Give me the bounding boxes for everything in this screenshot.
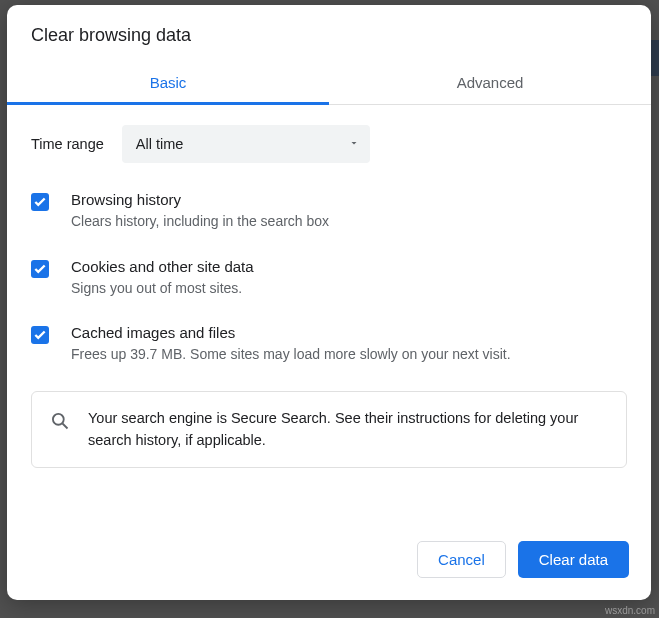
chevron-down-icon [348,136,360,152]
svg-point-0 [53,414,64,425]
clear-data-button[interactable]: Clear data [518,541,629,578]
clear-browsing-data-dialog: Clear browsing data Basic Advanced Time … [7,5,651,600]
search-engine-info: Your search engine is Secure Search. See… [31,391,627,469]
time-range-row: Time range All time [31,125,627,163]
dialog-content: Time range All time Browsing history Cle… [7,105,651,523]
checkbox-browsing-history[interactable] [31,193,49,211]
dialog-tabs: Basic Advanced [7,64,651,105]
cancel-button[interactable]: Cancel [417,541,506,578]
option-subtitle: Clears history, including in the search … [71,212,627,232]
option-title: Browsing history [71,191,627,208]
option-subtitle: Frees up 39.7 MB. Some sites may load mo… [71,345,627,365]
option-subtitle: Signs you out of most sites. [71,279,627,299]
option-title: Cookies and other site data [71,258,627,275]
info-text: Your search engine is Secure Search. See… [88,408,608,452]
search-icon [50,411,70,435]
dialog-title: Clear browsing data [7,5,651,64]
dialog-footer: Cancel Clear data [7,523,651,600]
checkbox-cookies[interactable] [31,260,49,278]
svg-line-1 [63,423,68,428]
option-cache: Cached images and files Frees up 39.7 MB… [31,324,627,365]
time-range-label: Time range [31,136,104,152]
tab-advanced[interactable]: Advanced [329,64,651,104]
tab-basic[interactable]: Basic [7,64,329,104]
time-range-select[interactable]: All time [122,125,370,163]
option-cookies: Cookies and other site data Signs you ou… [31,258,627,299]
checkbox-cache[interactable] [31,326,49,344]
option-browsing-history: Browsing history Clears history, includi… [31,191,627,232]
time-range-value: All time [136,136,348,152]
option-title: Cached images and files [71,324,627,341]
watermark: wsxdn.com [605,605,655,616]
